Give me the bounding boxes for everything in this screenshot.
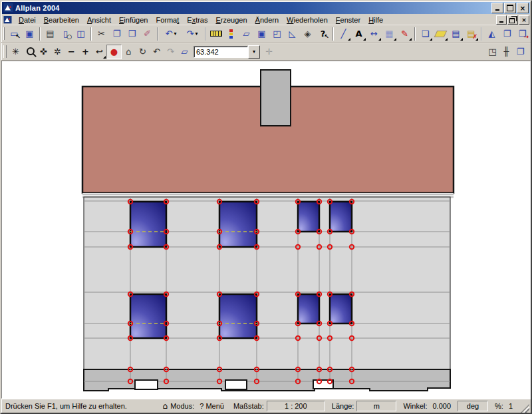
view-last-button[interactable]: ↩ — [92, 45, 106, 59]
draw-sketch-button[interactable]: ✎ — [397, 27, 412, 41]
view-undo-button[interactable]: ↶ — [150, 45, 164, 59]
house-window[interactable] — [298, 202, 319, 232]
massstab-value[interactable]: 1 : 200 — [267, 401, 325, 411]
hatch-button[interactable]: ▦ — [382, 27, 397, 41]
menu-bearbeiten[interactable]: Bearbeiten — [40, 15, 83, 25]
copy-element-button[interactable]: ❐ — [499, 27, 515, 41]
menu-ndern[interactable]: Ändern — [251, 15, 283, 25]
mdi-restore-button[interactable] — [507, 15, 518, 25]
zoom-in-button[interactable]: + — [78, 45, 92, 59]
scale-input[interactable] — [194, 46, 248, 58]
house-window[interactable] — [130, 294, 166, 338]
window-3d-button[interactable]: ◳ — [485, 45, 499, 59]
view-3d-button[interactable]: ◈ — [300, 27, 315, 41]
menu-wiederholen[interactable]: Wiederholen — [283, 15, 332, 25]
context-help-button[interactable]: ?↖ — [315, 27, 331, 41]
pan-button[interactable]: ✜ — [37, 45, 51, 59]
window-settings-icon: ◰ — [273, 29, 281, 39]
status-bar: Drücken Sie F1, um Hilfe zu erhalten. ⌂ … — [1, 399, 531, 413]
drawing-canvas[interactable] — [1, 61, 531, 399]
menu-erzeugen[interactable]: Erzeugen — [211, 15, 251, 25]
window-settings-button[interactable]: ◰ — [269, 27, 285, 41]
document-list-button[interactable]: ▤ — [448, 27, 464, 41]
copy-move-button[interactable]: ❐→ — [515, 27, 530, 41]
house-window[interactable] — [219, 294, 257, 338]
menu-datei[interactable]: Datei — [15, 15, 40, 25]
page-view-button[interactable]: ◫ — [73, 27, 88, 41]
minimize-icon — [495, 9, 499, 11]
zoom-out-button[interactable]: − — [65, 45, 78, 59]
close-button[interactable]: × — [517, 3, 529, 13]
regenerate-button[interactable]: ↻ — [136, 45, 150, 59]
print-button[interactable]: ▤ — [43, 27, 58, 41]
menu-fenster[interactable]: Fenster — [332, 15, 364, 25]
format-brush-button[interactable]: ✐ — [140, 27, 155, 41]
zoom-section-button[interactable] — [23, 45, 37, 59]
draw-text-button[interactable]: A — [351, 27, 366, 41]
house-vent[interactable] — [313, 380, 333, 389]
open-select-button[interactable]: ▭↖ — [7, 27, 22, 41]
pin-button[interactable]: ✛ — [262, 45, 276, 59]
print-icon: ▤ — [46, 29, 54, 39]
assign-layer-button[interactable]: ❏ — [418, 27, 433, 41]
track-point-button[interactable]: ● — [106, 45, 122, 59]
menu-einfgen[interactable]: Einfügen — [115, 15, 152, 25]
resize-grip[interactable] — [521, 404, 529, 413]
view-redo-button[interactable]: ↷ — [164, 45, 178, 59]
house-vent[interactable] — [225, 380, 247, 389]
house-window[interactable] — [330, 294, 352, 323]
ruler-button[interactable] — [208, 27, 223, 41]
measure-button[interactable]: ◺ — [285, 27, 300, 41]
copy-button[interactable]: ❐ — [109, 27, 124, 41]
house-window[interactable] — [130, 202, 166, 247]
open-folder-button[interactable]: ▱ — [239, 27, 254, 41]
save-button[interactable]: ▣ — [22, 27, 37, 41]
print-preview-button[interactable]: ▯○ — [58, 27, 73, 41]
toolbar-grip[interactable] — [3, 45, 7, 58]
house-window[interactable] — [219, 202, 257, 247]
zoom-all-button[interactable]: ✳ — [9, 45, 23, 59]
overlay-icon: ○ — [66, 34, 72, 40]
toolbar-grip[interactable] — [3, 27, 5, 40]
open-drawing-button[interactable]: ▱ — [178, 45, 192, 59]
menu-hilfe[interactable]: Hilfe — [364, 15, 387, 25]
title-bar[interactable]: Allplan 2004 × — [2, 2, 530, 14]
house-window[interactable] — [298, 294, 319, 323]
roof-view-button[interactable]: ⌂ — [122, 45, 136, 59]
toolbar-separator — [332, 27, 334, 41]
window-title: Allplan 2004 — [15, 4, 491, 12]
house-vent[interactable] — [135, 380, 158, 389]
mirror-button[interactable]: ◭ — [484, 27, 499, 41]
menu-format[interactable]: Format — [152, 15, 183, 25]
delete-document-button[interactable]: ▤✗ — [464, 27, 479, 41]
minimize-button[interactable] — [491, 3, 503, 13]
menu-ansicht[interactable]: Ansicht — [83, 15, 115, 25]
highlight-button[interactable] — [433, 27, 448, 41]
cut-button[interactable]: ✂ — [94, 27, 109, 41]
house-window[interactable] — [330, 202, 352, 232]
scale-dropdown-button[interactable]: ▾ — [248, 45, 260, 59]
dimension-button[interactable]: ↔ — [366, 27, 382, 41]
app-window: Allplan 2004 × DateiBearbeitenAnsichtEin… — [0, 0, 532, 414]
redo-button[interactable]: ↷▾ — [182, 27, 203, 41]
draw-line-button[interactable]: ╱ — [336, 27, 351, 41]
zoom-all-icon: ✳ — [12, 47, 19, 57]
paste-button[interactable]: ❒ — [124, 27, 140, 41]
mdi-minimize-icon — [499, 21, 503, 23]
save-copy-button[interactable]: ▣ — [254, 27, 269, 41]
window-split-button[interactable]: ╫ — [499, 45, 513, 59]
zoom-previous-button[interactable]: ✲ — [51, 45, 65, 59]
mdi-minimize-button[interactable] — [496, 15, 507, 25]
house-chimney[interactable] — [261, 70, 291, 126]
menu-extras[interactable]: Extras — [183, 15, 211, 25]
window-cascade-button[interactable]: ❐ — [513, 45, 527, 59]
laenge-value[interactable]: m — [356, 401, 396, 411]
toolbar-separator — [414, 27, 416, 41]
angle-unit-value[interactable]: deg — [458, 401, 488, 411]
window-cascade-icon: ❐ — [517, 47, 525, 57]
pen-color-button[interactable] — [223, 27, 239, 41]
maximize-button[interactable] — [504, 3, 516, 13]
mdi-close-button[interactable]: × — [519, 15, 529, 25]
undo-button[interactable]: ↶▾ — [160, 27, 182, 41]
modus-value[interactable]: ? Menü — [200, 402, 224, 410]
